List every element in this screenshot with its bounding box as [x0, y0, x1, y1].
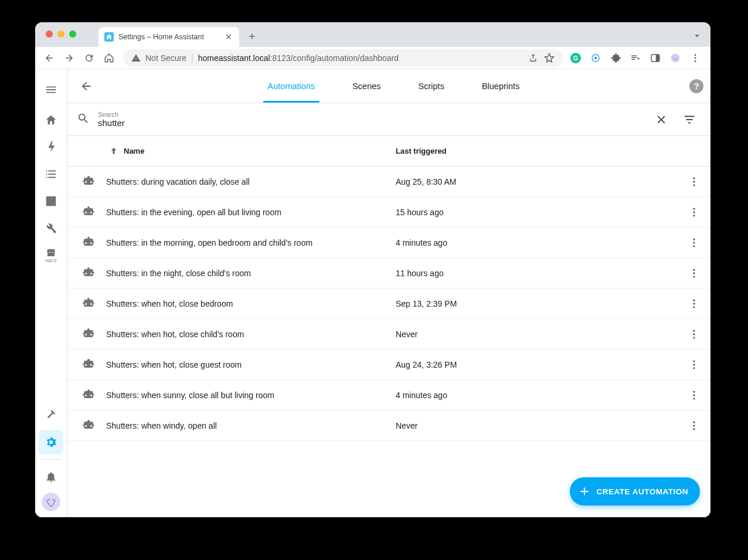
- automation-row[interactable]: Shutters: when sunny, close all but livi…: [67, 380, 710, 410]
- sidebar-item-tools[interactable]: [39, 216, 63, 240]
- browser-menu-icon[interactable]: [687, 49, 703, 67]
- row-menu-button[interactable]: [682, 170, 706, 194]
- sidebar-user-avatar[interactable]: [42, 493, 60, 511]
- automation-row[interactable]: Shutters: during vacation daily, close a…: [67, 167, 710, 197]
- clear-search-button[interactable]: [650, 108, 673, 131]
- row-menu-button[interactable]: [682, 262, 706, 285]
- svg-point-7: [671, 53, 680, 62]
- tab-close-icon[interactable]: ✕: [224, 32, 233, 42]
- window-maximize-button[interactable]: [69, 30, 76, 38]
- search-input[interactable]: [98, 118, 645, 128]
- automation-name: Shutters: when windy, open all: [106, 421, 396, 430]
- automation-row[interactable]: Shutters: when windy, open allNever: [67, 410, 710, 441]
- robot-icon: [81, 419, 106, 433]
- robot-icon: [81, 327, 106, 341]
- automation-name: Shutters: during vacation daily, close a…: [106, 177, 396, 186]
- row-menu-button[interactable]: [682, 323, 706, 346]
- extension-grammarly-icon[interactable]: G: [567, 49, 584, 67]
- extension-ghostery-icon[interactable]: [587, 49, 604, 67]
- automation-last-triggered: Sep 13, 2:39 PM: [396, 299, 682, 308]
- automation-last-triggered: Aug 24, 3:26 PM: [396, 360, 682, 369]
- sidebar-item-developer[interactable]: [39, 403, 63, 427]
- sidebar-item-history[interactable]: [39, 189, 63, 213]
- nav-home-button[interactable]: [100, 49, 118, 67]
- svg-point-10: [53, 499, 55, 501]
- automation-row[interactable]: Shutters: in the morning, open bedroom a…: [67, 228, 710, 258]
- tab-automations[interactable]: Automations: [263, 69, 320, 103]
- tab-scenes[interactable]: Scenes: [348, 69, 385, 103]
- sidebar-item-hacs[interactable]: HACS: [39, 243, 63, 267]
- tab-blueprints[interactable]: Blueprints: [477, 69, 524, 103]
- page-back-button[interactable]: [74, 74, 98, 98]
- not-secure-icon: [131, 53, 141, 63]
- filter-button[interactable]: [678, 108, 701, 131]
- automation-row[interactable]: Shutters: in the evening, open all but l…: [67, 197, 710, 228]
- extension-puzzle-icon[interactable]: [607, 49, 624, 67]
- app-sidebar: HACS: [35, 69, 67, 517]
- automation-row[interactable]: Shutters: when hot, close guest roomAug …: [67, 349, 710, 380]
- window-close-button[interactable]: [46, 30, 53, 38]
- automation-name: Shutters: when sunny, close all but livi…: [106, 391, 396, 400]
- browser-tab-strip: Settings – Home Assistant ✕: [35, 22, 710, 47]
- window-minimize-button[interactable]: [57, 30, 64, 38]
- fab-label: CREATE AUTOMATION: [597, 487, 689, 496]
- nav-reload-button[interactable]: [80, 49, 98, 67]
- sidebar-item-notifications[interactable]: [39, 464, 63, 489]
- sidebar-item-overview[interactable]: [39, 108, 63, 133]
- search-field[interactable]: Search: [94, 111, 645, 128]
- automation-last-triggered: Never: [396, 330, 682, 339]
- address-actions: [528, 53, 555, 63]
- sort-asc-icon: [108, 146, 119, 157]
- automation-name: Shutters: in the evening, open all but l…: [106, 208, 396, 217]
- column-header-last-triggered[interactable]: Last triggered: [396, 147, 699, 155]
- sidebar-toggle-button[interactable]: [39, 74, 63, 106]
- tab-favicon-icon: [104, 32, 114, 42]
- row-menu-button[interactable]: [682, 231, 706, 254]
- address-bar[interactable]: Not Secure | homeassistant.local:8123/co…: [123, 49, 563, 67]
- row-menu-button[interactable]: [682, 201, 706, 224]
- sidebar-item-energy[interactable]: [39, 135, 63, 159]
- row-menu-button[interactable]: [682, 383, 706, 407]
- automation-row[interactable]: Shutters: in the night, close child's ro…: [67, 258, 710, 289]
- automation-name: Shutters: in the morning, open bedroom a…: [106, 238, 396, 247]
- nav-forward-button[interactable]: [60, 49, 79, 67]
- new-tab-button[interactable]: [244, 28, 260, 45]
- sidebar-item-logbook[interactable]: [39, 162, 63, 186]
- svg-point-6: [594, 56, 597, 59]
- main-area: Name Last triggered Shutters: during vac…: [67, 136, 710, 517]
- app-frame: HACS Automations Scenes Scripts Blueprin…: [35, 69, 710, 517]
- side-panel-icon[interactable]: [647, 49, 664, 67]
- automation-name: Shutters: when hot, close guest room: [106, 360, 396, 369]
- bookmark-icon[interactable]: [544, 53, 555, 63]
- extension-playlist-icon[interactable]: [627, 49, 644, 67]
- robot-icon: [81, 266, 106, 280]
- browser-overflow-icon[interactable]: [692, 30, 702, 43]
- browser-tab[interactable]: Settings – Home Assistant ✕: [98, 27, 239, 47]
- help-button[interactable]: ?: [689, 79, 703, 93]
- app-bar: Automations Scenes Scripts Blueprints ?: [67, 69, 710, 103]
- automation-name: Shutters: when hot, close child's room: [106, 330, 396, 339]
- robot-icon: [81, 297, 106, 311]
- automation-row[interactable]: Shutters: when hot, close child's roomNe…: [67, 319, 710, 349]
- app-main: Automations Scenes Scripts Blueprints ? …: [67, 69, 710, 517]
- share-icon[interactable]: [528, 53, 538, 63]
- address-url: homeassistant.local:8123/config/automati…: [198, 53, 399, 63]
- sidebar-divider: [40, 459, 62, 460]
- automation-row[interactable]: Shutters: when hot, close bedroomSep 13,…: [67, 289, 710, 319]
- search-icon: [77, 112, 90, 127]
- automation-last-triggered: 15 hours ago: [396, 208, 682, 217]
- svg-point-8: [42, 493, 60, 511]
- search-label: Search: [98, 111, 645, 118]
- page-tabs: Automations Scenes Scripts Blueprints: [98, 69, 689, 103]
- address-divider: |: [191, 53, 193, 63]
- row-menu-button[interactable]: [682, 353, 706, 376]
- column-header-name[interactable]: Name: [108, 146, 396, 157]
- nav-back-button[interactable]: [40, 49, 59, 67]
- row-menu-button[interactable]: [682, 292, 706, 315]
- create-automation-button[interactable]: CREATE AUTOMATION: [570, 477, 701, 505]
- profile-avatar-icon[interactable]: [667, 49, 684, 67]
- tab-scripts[interactable]: Scripts: [414, 69, 449, 103]
- row-menu-button[interactable]: [682, 414, 706, 437]
- robot-icon: [81, 205, 106, 219]
- sidebar-item-settings[interactable]: [39, 430, 63, 454]
